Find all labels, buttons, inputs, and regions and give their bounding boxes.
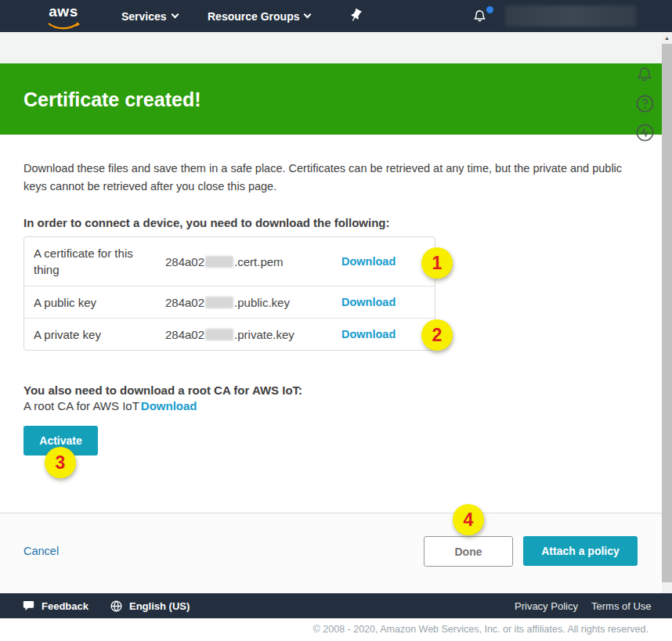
nav-services[interactable]: Services [121,0,178,32]
health-pulse-icon[interactable] [631,119,658,146]
file-prefix: 284a02 [165,328,204,341]
aws-iot-certificate-created-page: aws Services Resource Groups [0,0,672,641]
annotation-badge-3: 3 [45,447,76,478]
vertical-scrollbar: ▲ [662,32,672,593]
root-ca-label: A root CA for AWS IoT [23,399,139,412]
chevron-down-icon [304,11,312,19]
file-prefix: 284a02 [165,296,204,309]
notifications-bell-icon[interactable] [471,8,488,27]
scrollbar-up-arrow[interactable]: ▲ [662,32,672,44]
language-label: English (US) [129,600,190,612]
privacy-policy-link[interactable]: Privacy Policy [515,593,578,618]
file-name: 284a02.public.key [165,296,341,309]
root-ca-line: A root CA for AWS IoTDownload [23,399,197,412]
table-row-certificate: A certificate for this thing 284a02.cert… [24,237,435,286]
download-public-key-link[interactable]: Download [341,296,396,308]
attach-policy-button[interactable]: Attach a policy [523,536,638,566]
header-strip [0,32,662,63]
success-banner: Certificate created! [0,63,662,135]
language-selector[interactable]: English (US) [110,593,190,618]
file-label: A public key [24,287,165,318]
file-name: 284a02.private.key [165,328,341,341]
chevron-down-icon [171,11,179,19]
file-suffix: .public.key [234,296,290,309]
cancel-link[interactable]: Cancel [23,545,59,557]
redacted-text [205,256,233,268]
console-side-icons [631,61,658,148]
redacted-text [205,297,233,308]
file-suffix: .cert.pem [234,255,284,268]
aws-logo[interactable]: aws [45,5,81,33]
aws-logo-text: aws [45,5,81,19]
download-certificate-link[interactable]: Download [341,255,396,268]
bottom-bar: Feedback English (US) Privacy Policy Ter… [0,593,672,618]
account-menu-redacted[interactable] [505,5,636,27]
help-icon[interactable] [631,90,658,117]
top-nav: aws Services Resource Groups [0,0,672,32]
nav-resource-groups-label: Resource Groups [208,10,299,23]
file-label: A private key [24,319,165,350]
banner-title: Certificate created! [23,88,201,111]
table-row-private-key: A private key 284a02.private.key Downloa… [24,318,435,350]
pin-icon[interactable] [348,8,363,27]
download-private-key-link[interactable]: Download [341,328,396,340]
terms-of-use-link[interactable]: Terms of Use [591,593,652,618]
notification-dot [486,6,493,13]
download-root-ca-link[interactable]: Download [141,399,197,412]
feedback-button[interactable]: Feedback [22,593,89,618]
annotation-badge-2: 2 [421,319,453,351]
file-suffix: .private.key [234,328,294,341]
table-row-public-key: A public key 284a02.public.key Download [24,286,435,318]
globe-icon [110,600,123,613]
done-button[interactable]: Done [424,536,513,567]
aws-smile-icon [46,22,81,30]
annotation-badge-4: 4 [453,504,484,535]
nav-resource-groups[interactable]: Resource Groups [208,0,310,32]
file-label: A certificate for this thing [24,238,165,285]
nav-services-label: Services [121,10,167,23]
feedback-bubble-icon [22,600,35,612]
scrollbar-thumb[interactable] [662,44,672,582]
certificate-files-table: A certificate for this thing 284a02.cert… [23,236,435,351]
download-heading: In order to connect a device, you need t… [23,216,390,229]
annotation-badge-1: 1 [421,247,453,279]
redacted-text [205,329,233,340]
root-ca-heading: You also need to download a root CA for … [23,384,302,397]
file-prefix: 284a02 [165,255,204,268]
copyright-text: © 2008 - 2020, Amazon Web Services, Inc.… [0,618,649,641]
bell-icon[interactable] [631,61,658,88]
feedback-label: Feedback [42,600,89,612]
intro-text: Download these files and save them in a … [23,160,641,196]
file-name: 284a02.cert.pem [165,255,341,268]
